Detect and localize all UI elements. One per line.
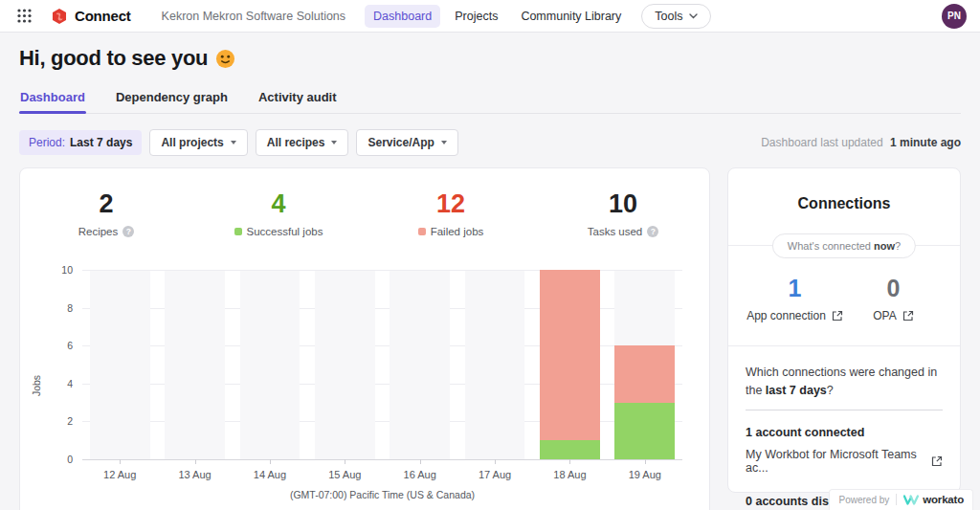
tools-menu-button[interactable]: Tools bbox=[641, 4, 711, 29]
app-connection-label: App connection bbox=[746, 309, 826, 322]
chart-category-slot[interactable]: 16 Aug bbox=[383, 271, 457, 459]
external-link-icon bbox=[931, 455, 943, 467]
x-axis-tick-label: 16 Aug bbox=[383, 469, 457, 480]
nav-projects[interactable]: Projects bbox=[446, 5, 506, 28]
brand[interactable]: Connect bbox=[51, 8, 131, 25]
jobs-chart: Jobs 024681012 Aug13 Aug14 Aug15 Aug16 A… bbox=[82, 270, 682, 500]
external-link-icon bbox=[832, 310, 843, 322]
service-app-filter-label: Service/App bbox=[368, 136, 434, 149]
connections-divider: What's connected now? bbox=[728, 245, 960, 246]
x-axis-tick bbox=[645, 459, 646, 464]
bar-segment-failed-jobs[interactable] bbox=[614, 345, 675, 402]
powered-by-badge[interactable]: Powered by workato bbox=[829, 489, 973, 510]
period-label: Period: bbox=[29, 136, 65, 149]
last-updated-label: Dashboard last updated bbox=[761, 136, 882, 149]
chart-category-slot[interactable]: 14 Aug bbox=[233, 271, 307, 459]
projects-filter-label: All projects bbox=[161, 136, 223, 149]
x-axis-tick-label: 18 Aug bbox=[532, 469, 607, 480]
avatar[interactable]: PN bbox=[942, 4, 967, 29]
app-launcher-icon[interactable] bbox=[15, 7, 33, 25]
connected-account-link[interactable]: My Workbot for Microsoft Teams ac... bbox=[746, 448, 943, 475]
x-axis-title: (GMT-07:00) Pacific Time (US & Canada) bbox=[82, 489, 682, 500]
jobs-summary-card: 2 Recipes ? 4 Successful jobs bbox=[19, 167, 710, 510]
bar-segment-successful-jobs[interactable] bbox=[540, 440, 600, 459]
stat-tasks-used: 10 Tasks used ? bbox=[537, 191, 709, 237]
bar-segment-successful-jobs[interactable] bbox=[614, 403, 675, 459]
chart-category-slot[interactable]: 15 Aug bbox=[307, 271, 382, 459]
stat-successful-jobs: 4 Successful jobs bbox=[192, 191, 365, 237]
y-axis-tick-label: 10 bbox=[61, 264, 73, 276]
opa-stat: 0 OPA bbox=[844, 277, 943, 322]
last-updated: Dashboard last updated 1 minute ago bbox=[761, 136, 961, 149]
y-axis-tick-label: 2 bbox=[67, 415, 73, 427]
help-icon[interactable]: ? bbox=[647, 226, 658, 237]
category-band bbox=[165, 271, 225, 459]
last-updated-value: 1 minute ago bbox=[890, 136, 961, 149]
category-band bbox=[315, 271, 375, 459]
x-axis-tick bbox=[195, 459, 196, 464]
category-band bbox=[240, 271, 301, 459]
chart-category-slot[interactable]: 18 Aug bbox=[532, 271, 607, 459]
chart-category-slot[interactable]: 19 Aug bbox=[608, 271, 682, 459]
bar-segment-failed-jobs[interactable] bbox=[540, 270, 600, 440]
tab-dashboard[interactable]: Dashboard bbox=[19, 86, 86, 113]
recipes-filter-dropdown[interactable]: All recipes bbox=[256, 129, 349, 156]
page-title: Hi, good to see you bbox=[19, 46, 208, 71]
failed-swatch-icon bbox=[418, 228, 426, 235]
top-navigation-bar: Connect Kekron Mekron Software Solutions… bbox=[0, 0, 980, 33]
badge-divider bbox=[896, 494, 897, 505]
app-connection-link[interactable]: App connection bbox=[746, 309, 844, 322]
chart-category-slot[interactable]: 17 Aug bbox=[457, 271, 532, 459]
stat-failed-jobs: 12 Failed jobs bbox=[365, 191, 537, 237]
category-band bbox=[465, 271, 525, 459]
stat-recipes-label: Recipes bbox=[78, 226, 119, 237]
page-body: Hi, good to see you Dashboard Dependency… bbox=[0, 46, 980, 510]
nav-dashboard[interactable]: Dashboard bbox=[365, 5, 440, 28]
y-axis-title: Jobs bbox=[31, 374, 42, 395]
period-filter[interactable]: Period: Last 7 days bbox=[19, 130, 142, 155]
tab-bar: Dashboard Dependency graph Activity audi… bbox=[19, 86, 961, 114]
stat-tasks-label: Tasks used bbox=[588, 226, 643, 237]
workspace-name[interactable]: Kekron Mekron Software Solutions bbox=[162, 10, 345, 23]
help-icon[interactable]: ? bbox=[122, 226, 134, 237]
x-axis-tick-label: 13 Aug bbox=[157, 469, 232, 480]
app-connection-stat: 1 App connection bbox=[746, 277, 844, 322]
x-axis-tick-label: 17 Aug bbox=[457, 469, 532, 480]
x-axis-tick-label: 14 Aug bbox=[233, 469, 307, 480]
tools-label: Tools bbox=[655, 10, 682, 23]
x-axis-tick bbox=[420, 459, 421, 464]
connections-changed-question: Which connections were changed in the la… bbox=[746, 364, 943, 410]
connected-account-name: My Workbot for Microsoft Teams ac... bbox=[746, 448, 924, 475]
powered-by-label: Powered by bbox=[838, 495, 889, 505]
recipes-filter-label: All recipes bbox=[267, 136, 325, 149]
chart-plot-area[interactable]: 024681012 Aug13 Aug14 Aug15 Aug16 Aug17 … bbox=[82, 270, 682, 459]
nav-community-library[interactable]: Community Library bbox=[512, 5, 630, 28]
gridline bbox=[82, 459, 682, 460]
opa-label: OPA bbox=[873, 309, 896, 322]
projects-filter-dropdown[interactable]: All projects bbox=[149, 129, 247, 156]
chevron-down-icon bbox=[689, 13, 698, 19]
stat-recipes: 2 Recipes ? bbox=[20, 191, 192, 237]
x-axis-tick bbox=[270, 459, 271, 464]
caret-down-icon bbox=[441, 141, 447, 144]
tab-dependency-graph[interactable]: Dependency graph bbox=[115, 86, 229, 113]
y-axis-tick-label: 4 bbox=[67, 378, 73, 389]
tab-activity-audit[interactable]: Activity audit bbox=[257, 86, 338, 113]
whats-connected-pill[interactable]: What's connected now? bbox=[772, 233, 916, 258]
chart-category-slot[interactable]: 13 Aug bbox=[157, 271, 232, 459]
workato-logo-icon bbox=[903, 495, 919, 505]
avatar-initials: PN bbox=[947, 11, 961, 21]
x-axis-tick-label: 19 Aug bbox=[608, 469, 682, 480]
caret-down-icon bbox=[231, 141, 236, 144]
stats-row: 2 Recipes ? 4 Successful jobs bbox=[20, 191, 709, 237]
category-band bbox=[90, 271, 150, 459]
question-bold-text: last 7 days bbox=[766, 384, 827, 397]
chart-category-slot[interactable]: 12 Aug bbox=[82, 271, 157, 459]
stat-failed-value: 12 bbox=[365, 191, 537, 217]
pill-suffix: ? bbox=[895, 240, 901, 252]
opa-link[interactable]: OPA bbox=[844, 309, 943, 322]
x-axis-tick bbox=[345, 459, 345, 464]
service-app-filter-dropdown[interactable]: Service/App bbox=[356, 129, 457, 156]
grid-dots-icon bbox=[17, 9, 32, 23]
x-axis-tick bbox=[120, 459, 121, 464]
